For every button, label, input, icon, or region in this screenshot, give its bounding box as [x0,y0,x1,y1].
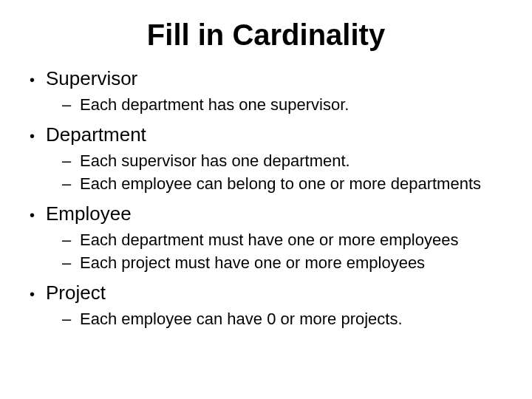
sub-item-text: Each supervisor has one department. [80,151,350,172]
dash-icon: – [62,151,80,172]
bullet-icon: • [30,129,46,143]
sub-list: – Each employee can have 0 or more proje… [62,309,510,330]
sub-list-item: – Each department has one supervisor. [62,95,510,116]
sub-list: – Each supervisor has one department. – … [62,151,510,194]
item-label: Project [46,281,106,306]
sub-item-text: Each project must have one or more emplo… [80,253,425,274]
dash-icon: – [62,174,80,195]
sub-item-text: Each employee can belong to one or more … [80,174,481,195]
sub-item-text: Each department has one supervisor. [80,95,349,116]
sub-list-item: – Each employee can have 0 or more proje… [62,309,510,330]
sub-list: – Each department must have one or more … [62,230,510,273]
sub-list-item: – Each employee can belong to one or mor… [62,174,510,195]
list-item: • Project – Each employee can have 0 or … [30,281,510,330]
sub-item-text: Each employee can have 0 or more project… [80,309,403,330]
item-label: Department [46,123,146,148]
sub-item-text: Each department must have one or more em… [80,230,458,251]
dash-icon: – [62,230,80,251]
item-label: Employee [46,202,132,227]
bullet-icon: • [30,287,46,301]
list-item: • Employee – Each department must have o… [30,202,510,273]
dash-icon: – [62,253,80,274]
dash-icon: – [62,309,80,330]
sub-list-item: – Each project must have one or more emp… [62,253,510,274]
list-item: • Department – Each supervisor has one d… [30,123,510,194]
dash-icon: – [62,95,80,116]
bullet-list: • Supervisor – Each department has one s… [30,66,510,330]
bullet-icon: • [30,208,46,222]
sub-list-item: – Each department must have one or more … [62,230,510,251]
bullet-icon: • [30,72,46,87]
item-label: Supervisor [46,66,137,92]
sub-list: – Each department has one supervisor. [62,95,510,116]
slide: Fill in Cardinality • Supervisor – Each … [0,0,532,399]
slide-title: Fill in Cardinality [22,18,510,52]
sub-list-item: – Each supervisor has one department. [62,151,510,172]
list-item: • Supervisor – Each department has one s… [30,66,510,115]
